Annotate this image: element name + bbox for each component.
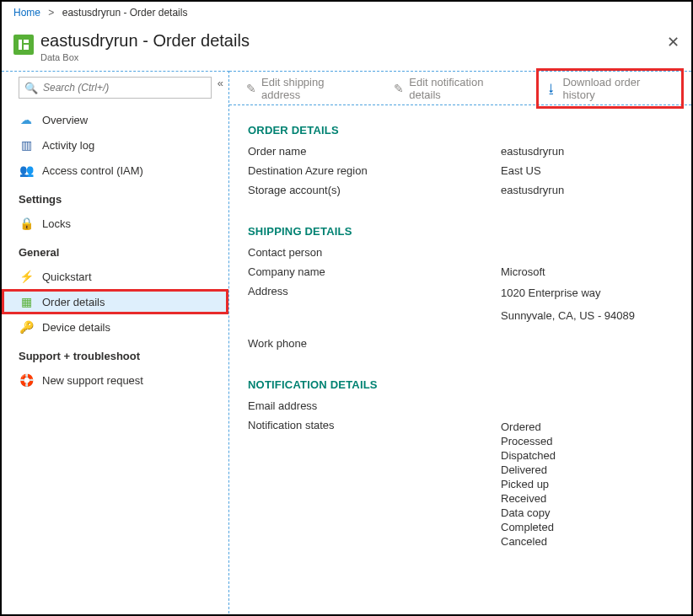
field-label: Contact person xyxy=(248,246,501,259)
field-label: Notification states xyxy=(248,419,501,549)
content: ✎ Edit shipping address ✎ Edit notificat… xyxy=(229,71,691,616)
field-value: East US xyxy=(501,164,673,177)
breadcrumb: Home > eastusdryrun - Order details xyxy=(2,2,691,24)
sidebar-item-label: Order details xyxy=(42,296,105,308)
field-value xyxy=(501,399,673,412)
field-value: Microsoft xyxy=(501,265,673,278)
state-item: Delivered xyxy=(501,463,673,476)
page-subtitle: Data Box xyxy=(40,52,250,62)
search-input[interactable] xyxy=(43,82,206,94)
field-label: Order name xyxy=(248,145,501,158)
pencil-icon: ✎ xyxy=(394,82,404,95)
field-label: Storage account(s) xyxy=(248,184,501,196)
close-button[interactable]: ✕ xyxy=(667,33,680,51)
download-order-history-button[interactable]: ⭳ Download order history xyxy=(540,72,680,104)
sidebar-item-label: Access control (IAM) xyxy=(42,164,143,177)
breadcrumb-current: eastusdryrun - Order details xyxy=(62,7,188,19)
sidebar-item-label: Overview xyxy=(42,114,88,126)
row-order-name: Order name eastusdryrun xyxy=(248,145,673,158)
field-label: Destination Azure region xyxy=(248,164,501,177)
field-label: Work phone xyxy=(248,337,501,350)
state-item: Data copy xyxy=(501,506,673,519)
row-notification-states: Notification states Ordered Processed Di… xyxy=(248,419,673,549)
edit-shipping-button[interactable]: ✎ Edit shipping address xyxy=(241,72,370,104)
sidebar-group-support: Support + troubleshoot xyxy=(2,340,228,367)
page-title: eastusdryrun - Order details xyxy=(40,31,250,51)
sidebar-group-general: General xyxy=(2,236,228,264)
content-body: ORDER DETAILS Order name eastusdryrun De… xyxy=(229,105,691,568)
state-item: Dispatched xyxy=(501,449,673,462)
search-icon: 🔍 xyxy=(24,82,38,94)
toolbar-label: Edit shipping address xyxy=(261,76,365,101)
svg-rect-1 xyxy=(24,40,29,43)
state-item: Ordered xyxy=(501,420,673,433)
row-region: Destination Azure region East US xyxy=(248,164,673,177)
activity-log-icon: ▥ xyxy=(19,138,34,152)
row-email: Email address xyxy=(248,399,673,412)
state-item: Completed xyxy=(501,521,673,533)
sidebar: « 🔍 ☁ Overview ▥ Activity log 👥 Access c… xyxy=(2,71,229,616)
sidebar-item-order-details[interactable]: ▦ Order details xyxy=(2,289,228,314)
state-item: Processed xyxy=(501,435,673,447)
sidebar-item-locks[interactable]: 🔒 Locks xyxy=(2,211,228,236)
support-icon: 🛟 xyxy=(19,373,34,387)
edit-notification-button[interactable]: ✎ Edit notification details xyxy=(389,72,522,104)
state-item: Picked up xyxy=(501,478,673,490)
address-line1: 1020 Enterprise way xyxy=(501,287,673,299)
sidebar-search[interactable]: 🔍 xyxy=(19,77,212,99)
section-title-shipping: SHIPPING DETAILS xyxy=(248,225,673,238)
section-title-notification: NOTIFICATION DETAILS xyxy=(248,378,673,391)
locks-icon: 🔒 xyxy=(19,217,34,230)
field-value: eastusdryrun xyxy=(501,184,673,196)
sidebar-item-quickstart[interactable]: ⚡ Quickstart xyxy=(2,264,228,289)
toolbar: ✎ Edit shipping address ✎ Edit notificat… xyxy=(229,72,691,105)
row-address: Address 1020 Enterprise way Sunnyvale, C… xyxy=(248,285,673,324)
sidebar-item-overview[interactable]: ☁ Overview xyxy=(2,107,228,132)
field-value xyxy=(501,246,673,259)
overview-icon: ☁ xyxy=(19,113,34,126)
row-phone: Work phone xyxy=(248,337,673,350)
toolbar-label: Edit notification details xyxy=(409,76,517,101)
sidebar-group-settings: Settings xyxy=(2,183,228,211)
pencil-icon: ✎ xyxy=(246,82,256,95)
sidebar-item-label: New support request xyxy=(42,374,143,387)
order-details-icon: ▦ xyxy=(19,295,34,308)
sidebar-item-activity-log[interactable]: ▥ Activity log xyxy=(2,132,228,158)
address-line2: Sunnyvale, CA, US - 94089 xyxy=(501,309,673,322)
state-item: Received xyxy=(501,492,673,505)
sidebar-item-label: Locks xyxy=(42,217,71,230)
sidebar-item-new-support-request[interactable]: 🛟 New support request xyxy=(2,367,228,393)
field-value xyxy=(501,337,673,350)
sidebar-item-device-details[interactable]: 🔑 Device details xyxy=(2,314,228,340)
device-details-icon: 🔑 xyxy=(19,320,34,334)
row-contact: Contact person xyxy=(248,246,673,259)
resource-icon xyxy=(13,35,34,55)
field-value-list: Ordered Processed Dispatched Delivered P… xyxy=(501,419,673,549)
page-header: eastusdryrun - Order details Data Box ✕ xyxy=(2,24,691,71)
sidebar-item-access-control[interactable]: 👥 Access control (IAM) xyxy=(2,158,228,183)
row-storage: Storage account(s) eastusdryrun xyxy=(248,184,673,196)
state-item: Canceled xyxy=(501,535,673,548)
quickstart-icon: ⚡ xyxy=(19,270,34,283)
toolbar-label: Download order history xyxy=(562,76,674,101)
svg-rect-0 xyxy=(19,40,22,50)
sidebar-item-label: Device details xyxy=(42,321,110,334)
field-label: Company name xyxy=(248,265,501,278)
breadcrumb-home[interactable]: Home xyxy=(13,7,40,19)
download-icon: ⭳ xyxy=(545,82,557,95)
field-value: eastusdryrun xyxy=(501,145,673,158)
breadcrumb-separator: > xyxy=(48,7,54,19)
field-label: Email address xyxy=(248,399,501,412)
svg-rect-2 xyxy=(24,45,29,50)
field-label: Address xyxy=(248,285,501,324)
collapse-sidebar-button[interactable]: « xyxy=(218,77,223,89)
sidebar-item-label: Quickstart xyxy=(42,271,92,283)
row-company: Company name Microsoft xyxy=(248,265,673,278)
sidebar-item-label: Activity log xyxy=(42,139,94,152)
section-title-order: ORDER DETAILS xyxy=(248,124,673,137)
access-control-icon: 👥 xyxy=(19,163,34,177)
field-value: 1020 Enterprise way Sunnyvale, CA, US - … xyxy=(501,285,673,324)
